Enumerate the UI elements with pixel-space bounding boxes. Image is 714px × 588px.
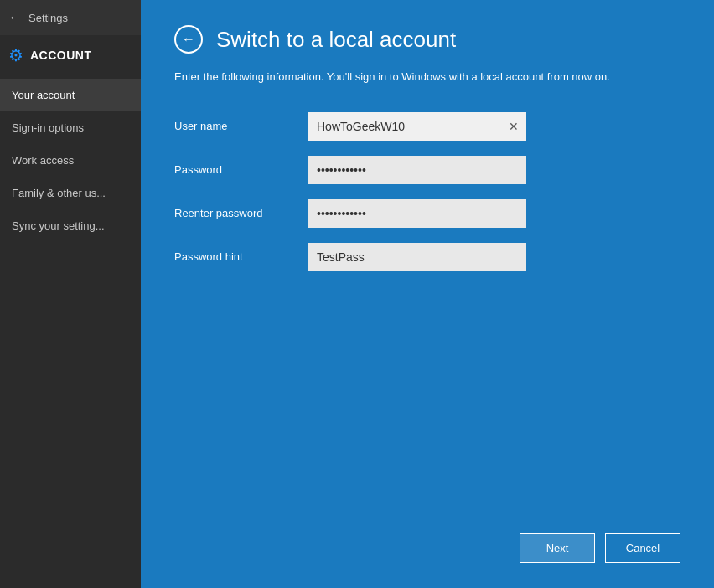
sidebar-nav: Your account Sign-in options Work access… xyxy=(0,79,141,242)
password-input-wrapper xyxy=(308,156,526,184)
settings-title-row: ⚙ ACCOUNT xyxy=(0,35,141,75)
sidebar-item-family-other[interactable]: Family & other us... xyxy=(0,177,141,209)
settings-sidebar: ← Settings ⚙ ACCOUNT Your account Sign-i… xyxy=(0,0,141,588)
dialog-header: ← Switch to a local account xyxy=(174,25,680,54)
settings-back-bar[interactable]: ← Settings xyxy=(0,0,141,35)
form-section: User name ✕ Password Reenter password xyxy=(174,112,680,517)
hint-input-wrapper xyxy=(308,243,526,271)
sidebar-item-work-access[interactable]: Work access xyxy=(0,144,141,177)
dialog-title: Switch to a local account xyxy=(216,27,456,53)
password-row: Password xyxy=(174,156,680,184)
username-label: User name xyxy=(174,120,308,132)
sidebar-item-sign-in-options[interactable]: Sign-in options xyxy=(0,111,141,144)
reenter-password-label: Reenter password xyxy=(174,207,308,219)
settings-gear-icon: ⚙ xyxy=(8,45,23,65)
desktop: Recycle Bin ← Settings ⚙ ACCOUNT Your ac… xyxy=(0,0,714,588)
sidebar-item-your-account[interactable]: Your account xyxy=(0,79,141,111)
password-input[interactable] xyxy=(308,156,526,184)
settings-title: ACCOUNT xyxy=(30,49,92,62)
cancel-button[interactable]: Cancel xyxy=(605,533,680,563)
settings-back-label: Settings xyxy=(28,12,68,24)
reenter-password-input[interactable] xyxy=(308,199,526,228)
dialog-back-button[interactable]: ← xyxy=(174,25,203,54)
username-input[interactable] xyxy=(308,112,526,141)
back-arrow-icon: ← xyxy=(8,10,22,25)
hint-label: Password hint xyxy=(174,250,308,263)
reenter-password-row: Reenter password xyxy=(174,199,680,228)
username-row: User name ✕ xyxy=(174,112,680,141)
username-input-wrapper: ✕ xyxy=(308,112,526,141)
hint-input[interactable] xyxy=(308,243,526,271)
sidebar-item-sync-settings[interactable]: Sync your setting... xyxy=(0,209,141,242)
dialog-footer: Next Cancel xyxy=(174,516,680,563)
dialog-description: Enter the following information. You'll … xyxy=(174,69,644,85)
password-label: Password xyxy=(174,163,308,176)
username-clear-button[interactable]: ✕ xyxy=(506,119,521,134)
next-button[interactable]: Next xyxy=(520,533,595,563)
dialog-back-arrow-icon: ← xyxy=(182,33,195,46)
reenter-password-input-wrapper xyxy=(308,199,526,228)
dialog-overlay: ← Switch to a local account Enter the fo… xyxy=(141,0,714,588)
hint-row: Password hint xyxy=(174,243,680,271)
